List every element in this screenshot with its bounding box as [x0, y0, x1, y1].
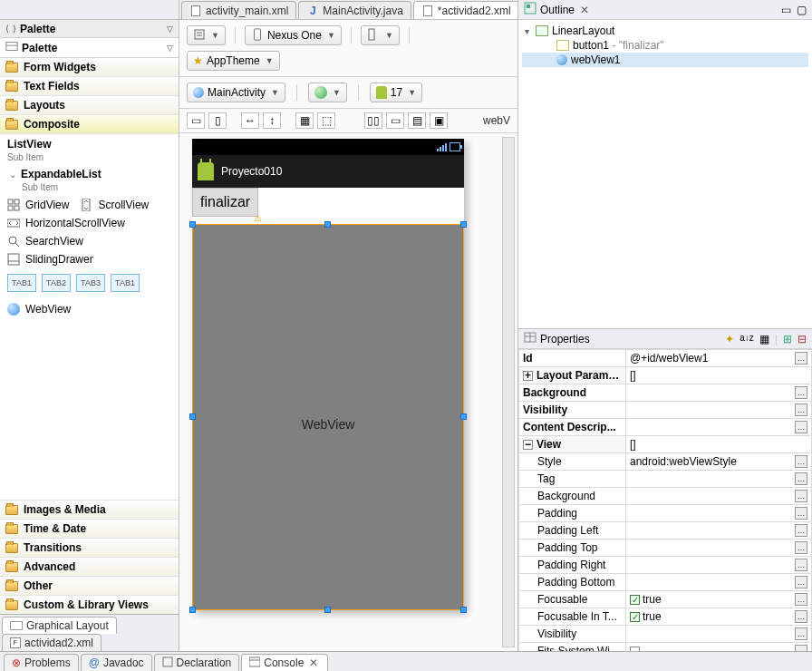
property-more-icon[interactable]: …	[795, 645, 807, 651]
property-value[interactable]: ✓true…	[626, 591, 812, 608]
expand-v-icon[interactable]: ↕	[263, 112, 281, 129]
locale-select[interactable]: ▼	[308, 83, 347, 102]
back-icon[interactable]: ⟨	[5, 24, 9, 34]
property-value[interactable]: []	[626, 436, 812, 453]
editor-tab[interactable]: *actividad2.xml✕	[413, 1, 518, 19]
property-value[interactable]: @+id/webView1…	[626, 350, 812, 367]
palette-category[interactable]: Transitions	[0, 538, 179, 557]
filter-icon[interactable]: ✦	[725, 333, 734, 345]
webview-item[interactable]: WebView	[25, 303, 71, 316]
property-more-icon[interactable]: …	[795, 507, 807, 520]
property-more-icon[interactable]: …	[795, 559, 807, 571]
palette-category[interactable]: Time & Date	[0, 519, 179, 538]
palette-category[interactable]: Composite	[0, 115, 179, 134]
activity-select[interactable]: MainActivity ▼	[187, 83, 285, 102]
palette-view-icon[interactable]	[5, 40, 18, 55]
property-more-icon[interactable]: …	[795, 610, 807, 623]
outline-webview1[interactable]: webView1	[571, 53, 620, 66]
palette-category[interactable]: Advanced	[0, 557, 179, 576]
align-left-icon[interactable]: ▭	[187, 112, 205, 129]
palette-category[interactable]: Layouts	[0, 96, 179, 115]
tab-xml-source[interactable]: F actividad2.xml	[2, 634, 102, 651]
view-tab-problems[interactable]: ⊗Problems	[4, 654, 79, 671]
margin-icon[interactable]: ▦	[295, 112, 314, 129]
tab-graphical-layout[interactable]: Graphical Layout	[2, 617, 117, 634]
property-value[interactable]: android:webViewStyle…	[626, 453, 812, 471]
property-value[interactable]: []	[626, 367, 812, 384]
tabwidget-thumb[interactable]: TAB1	[111, 274, 140, 292]
palette-category[interactable]: Text Fields	[0, 77, 179, 96]
property-value[interactable]: …	[626, 505, 812, 522]
palette-category[interactable]: Images & Media	[0, 500, 179, 519]
property-value[interactable]: …	[626, 402, 812, 419]
gravity-icon[interactable]: ⬚	[317, 112, 335, 129]
editor-tab[interactable]: JMainActivity.java	[298, 1, 411, 19]
property-value[interactable]: …	[626, 488, 812, 505]
property-more-icon[interactable]: …	[795, 541, 807, 554]
tabwidget-thumb[interactable]: TAB3	[76, 274, 105, 292]
expandablelist-item[interactable]: ⌄ ExpandableList	[2, 166, 177, 182]
listview-item[interactable]: ListView	[2, 136, 177, 152]
weight-icon[interactable]: ▤	[408, 112, 426, 129]
chevron-down-icon[interactable]: ⌄	[7, 170, 17, 180]
property-more-icon[interactable]: …	[795, 576, 807, 588]
palette-category[interactable]: Custom & Library Views	[0, 595, 179, 614]
categories-icon[interactable]: ▦	[759, 333, 769, 345]
property-more-icon[interactable]: …	[795, 627, 807, 640]
palette-dropdown-icon[interactable]: ▽	[167, 44, 173, 53]
property-value[interactable]: …	[626, 540, 812, 557]
slidingdrawer-item[interactable]: SlidingDrawer	[25, 253, 93, 266]
palette-menu-icon[interactable]: ▽	[167, 24, 173, 34]
view-tab-javadoc[interactable]: @Javadoc	[81, 654, 152, 671]
expand-icon[interactable]: ⊞	[783, 333, 792, 345]
property-more-icon[interactable]: …	[795, 472, 807, 485]
hscroll-item[interactable]: HorizontalScrollView	[25, 217, 125, 229]
property-value[interactable]: ✓true…	[626, 608, 812, 626]
property-more-icon[interactable]: …	[795, 455, 807, 468]
gridview-item[interactable]: GridView	[25, 199, 69, 211]
theme-select[interactable]: ★ AppTheme ▼	[187, 51, 280, 71]
device-select[interactable]: Nexus One ▼	[245, 25, 342, 45]
outline-root[interactable]: LinearLayout	[552, 24, 614, 37]
api-select[interactable]: 17 ▼	[370, 83, 422, 102]
align-top-icon[interactable]: ▯	[208, 112, 227, 129]
property-value[interactable]: …	[626, 471, 812, 488]
collapse-icon[interactable]: ⊟	[798, 333, 807, 345]
property-value[interactable]: …	[626, 419, 812, 436]
outline-button1[interactable]: button1 - "finalizar"	[573, 39, 664, 52]
property-value[interactable]: .…	[626, 643, 812, 652]
property-value[interactable]: …	[626, 574, 812, 591]
sort-az-icon[interactable]: a↓z	[740, 333, 754, 345]
config-button[interactable]: ▼	[187, 25, 226, 45]
property-more-icon[interactable]: …	[795, 524, 807, 537]
tree-collapse-icon[interactable]: ▾	[522, 26, 532, 36]
baseline-icon[interactable]: ▣	[430, 112, 448, 129]
palette-category[interactable]: Other	[0, 576, 179, 595]
forward-icon[interactable]: ⟩	[13, 24, 16, 34]
close-icon[interactable]: ✕	[307, 656, 320, 669]
view-tab-declaration[interactable]: Declaration	[154, 654, 240, 671]
property-more-icon[interactable]: …	[795, 386, 807, 399]
scrollbar-v[interactable]	[502, 137, 515, 647]
property-value[interactable]: …	[626, 626, 812, 643]
searchview-item[interactable]: SearchView	[25, 235, 83, 248]
expand-h-icon[interactable]: ↔	[241, 112, 259, 129]
property-more-icon[interactable]: …	[795, 352, 807, 365]
tabwidget-thumb[interactable]: TAB2	[42, 274, 71, 292]
editor-tab[interactable]: activity_main.xml	[181, 1, 296, 19]
tabwidget-thumb[interactable]: TAB1	[7, 274, 36, 292]
maximize-icon[interactable]: ▢	[797, 4, 807, 16]
dist-v-icon[interactable]: ▭	[386, 112, 404, 129]
property-more-icon[interactable]: …	[795, 421, 807, 433]
orientation-button[interactable]: ▼	[361, 25, 400, 45]
dist-h-icon[interactable]: ▯▯	[364, 112, 382, 129]
property-value[interactable]: …	[626, 557, 812, 574]
outline-close-icon[interactable]: ✕	[578, 4, 591, 16]
property-value[interactable]: …	[626, 522, 812, 540]
finalizar-button[interactable]: finalizar	[192, 188, 258, 217]
property-more-icon[interactable]: …	[795, 490, 807, 502]
property-value[interactable]: …	[626, 384, 812, 402]
webview-selection[interactable]: WebView	[192, 224, 464, 610]
minimize-icon[interactable]: ▭	[781, 4, 791, 16]
property-more-icon[interactable]: …	[795, 593, 807, 606]
